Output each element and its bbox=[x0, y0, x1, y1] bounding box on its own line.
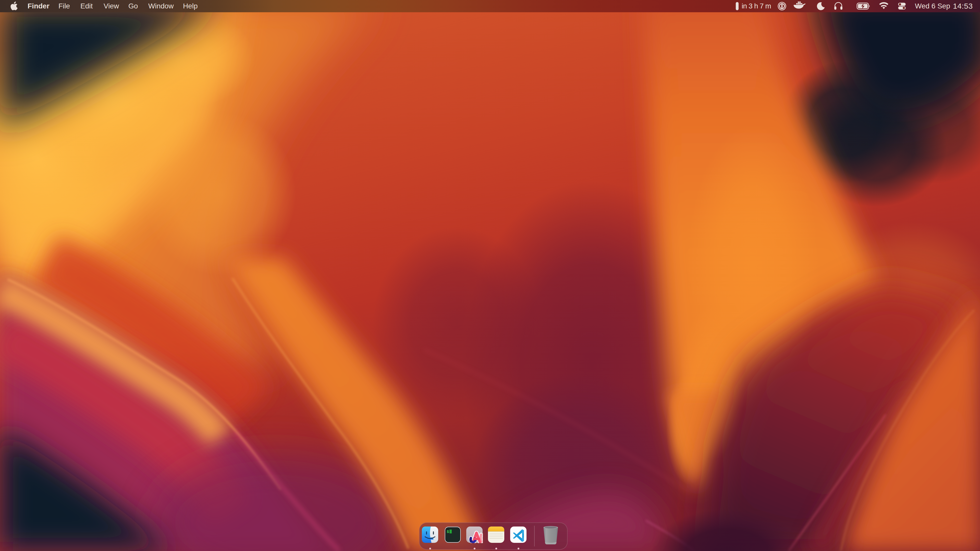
svg-text:$: $ bbox=[447, 530, 449, 534]
